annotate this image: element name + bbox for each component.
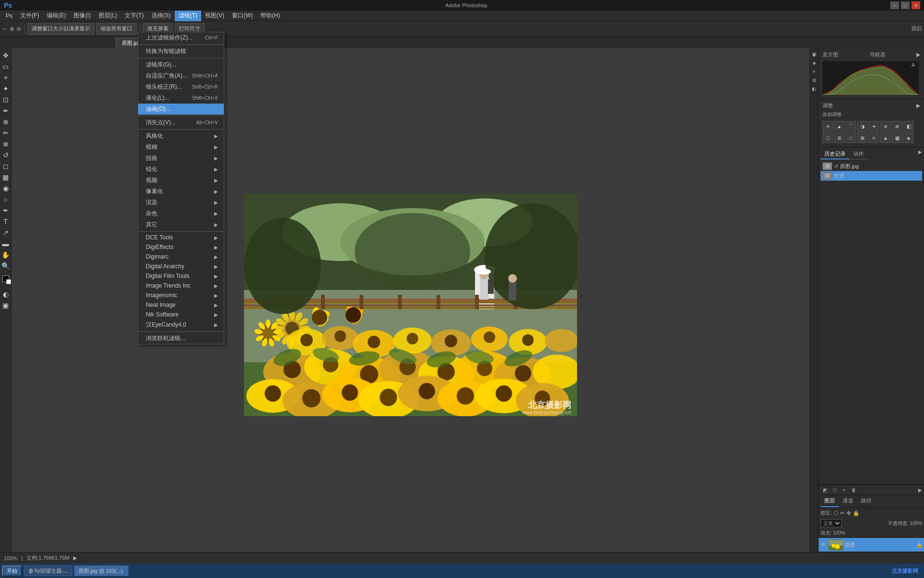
layers-menu-icon[interactable]: ▶: [918, 487, 922, 493]
quick-mask-tool[interactable]: ◐: [0, 289, 11, 300]
start-button[interactable]: 开始: [2, 565, 22, 577]
move-tool[interactable]: ✥: [0, 50, 11, 61]
filter-sharpen[interactable]: 锐化 ▶: [138, 164, 224, 175]
lock-paint-icon[interactable]: ✏: [840, 510, 845, 516]
filter-neat-image[interactable]: Neat Image ▶: [138, 300, 224, 310]
gradient-tool[interactable]: ▦: [0, 172, 11, 183]
curves-adj-icon[interactable]: ⌒: [846, 121, 856, 131]
filter-digimarc[interactable]: Digimarc ▶: [138, 252, 224, 262]
filter-digital-anarchy[interactable]: Digital Anarchy ▶: [138, 262, 224, 271]
text-tool[interactable]: T: [0, 216, 11, 227]
channels-tab[interactable]: 通道: [839, 495, 857, 507]
status-arrow[interactable]: ▶: [73, 555, 77, 561]
filter-digital-film[interactable]: Digital Film Tools ▶: [138, 271, 224, 281]
filter-eyecandy[interactable]: 汉EyeCandy4.0 ▶: [138, 319, 224, 330]
filter-vanishingpoint[interactable]: 消失点(V)... Alt+Ctrl+V: [138, 117, 224, 128]
layers-tab[interactable]: 图层: [821, 495, 839, 507]
histogram-tab1[interactable]: 直方图: [822, 51, 838, 58]
select-tool[interactable]: ▭: [0, 61, 11, 72]
layers-new-button[interactable]: +: [840, 486, 848, 494]
paths-tab[interactable]: 路径: [857, 495, 875, 507]
close-button[interactable]: ✕: [911, 1, 920, 9]
lock-all-icon[interactable]: 🔒: [853, 510, 860, 516]
menu-file[interactable]: 文件(F): [16, 11, 43, 21]
histogram-expand-icon[interactable]: ▶: [916, 52, 920, 58]
eraser-tool[interactable]: ◻: [0, 161, 11, 171]
dodge-tool[interactable]: ○: [0, 194, 11, 205]
minimize-button[interactable]: ─: [890, 1, 899, 9]
heal-tool[interactable]: ⊕: [0, 117, 11, 127]
lasso-tool[interactable]: ⌖: [0, 72, 11, 83]
filter-other[interactable]: 其它 ▶: [138, 219, 224, 230]
gradientmap-adj-icon[interactable]: ▦: [892, 132, 902, 143]
actions-tab[interactable]: 动作: [849, 149, 868, 159]
filter-video[interactable]: 视频 ▶: [138, 175, 224, 186]
filter-noise[interactable]: 杂色 ▶: [138, 208, 224, 219]
pen-tool[interactable]: ✒: [0, 205, 11, 216]
layer-eye-icon[interactable]: 👁: [821, 541, 826, 548]
maximize-button[interactable]: □: [901, 1, 910, 9]
panel-icon-1[interactable]: ▣: [810, 50, 818, 58]
brightness-adj-icon[interactable]: ☀: [822, 121, 833, 131]
histogram-header[interactable]: 直方图 导航器 ▶: [821, 50, 922, 59]
path-select-tool[interactable]: ↗: [0, 227, 11, 238]
history-brush-tool[interactable]: ↺: [0, 150, 11, 160]
menu-image[interactable]: 图像(I): [70, 11, 94, 21]
blur-tool[interactable]: ◉: [0, 183, 11, 194]
taskbar-item-2[interactable]: 原图.jpg @ 100(...).: [74, 565, 128, 576]
menu-layer[interactable]: 图层(L): [95, 11, 121, 21]
eyedropper-tool[interactable]: ✒: [0, 105, 11, 116]
panel-icon-4[interactable]: ⊞: [810, 76, 818, 84]
filter-render[interactable]: 渲染 ▶: [138, 197, 224, 208]
filter-gallery[interactable]: 滤镜库(G)...: [138, 59, 224, 70]
history-tab[interactable]: 历史记录: [821, 149, 849, 159]
foreground-color[interactable]: [0, 274, 11, 284]
history-expand-icon[interactable]: ▶: [918, 149, 922, 159]
screen-mode-tool[interactable]: ▣: [0, 300, 11, 311]
zoom-tool[interactable]: 🔍: [0, 261, 11, 271]
blend-mode-select[interactable]: 正常: [821, 519, 842, 527]
zoom-all-button[interactable]: 缩放所有窗口: [96, 23, 137, 35]
history-item-open[interactable]: 🖼 打开: [821, 171, 922, 181]
magic-wand-tool[interactable]: ✦: [0, 83, 11, 94]
colorbalance-adj-icon[interactable]: ⊗: [892, 121, 902, 131]
menu-select[interactable]: 选择(S): [148, 11, 175, 21]
menu-view[interactable]: 视图(V): [201, 11, 228, 21]
invert-adj-icon[interactable]: ⊠: [857, 132, 868, 143]
photofilter-adj-icon[interactable]: ⬡: [822, 132, 833, 143]
layer-background[interactable]: 👁 背景 🔒: [819, 538, 924, 552]
panel-icon-2[interactable]: ◈: [810, 59, 818, 66]
histogram-tab2[interactable]: 导航器: [870, 51, 886, 58]
threshold-adj-icon[interactable]: ▲: [880, 132, 891, 143]
lock-move-icon[interactable]: ✥: [847, 510, 851, 516]
fit-window-button[interactable]: 调整窗口大小以满屏显示: [27, 23, 94, 35]
panel-icon-3[interactable]: ≡: [810, 67, 818, 75]
menu-filter[interactable]: 滤镜(T): [175, 11, 201, 21]
filter-adaptive-wide[interactable]: 自适应广角(A)... Shift+Ctrl+A: [138, 70, 224, 81]
layers-fill-button[interactable]: ⬡: [830, 486, 839, 494]
filter-imagenomic[interactable]: Imagenomic ▶: [138, 290, 224, 300]
filter-stylize[interactable]: 风格化 ▶: [138, 131, 224, 142]
filter-pixelate[interactable]: 像素化 ▶: [138, 186, 224, 197]
posterize-adj-icon[interactable]: ≡: [869, 132, 879, 143]
filter-browse[interactable]: 浏览联机滤镜...: [138, 333, 224, 344]
menu-window[interactable]: 窗口(W): [228, 11, 257, 21]
colorlookup-adj-icon[interactable]: □: [846, 132, 856, 143]
window-controls[interactable]: ─ □ ✕: [890, 1, 920, 9]
filter-nik-software[interactable]: Nik Software ▶: [138, 310, 224, 319]
bw-adj-icon[interactable]: ◧: [903, 121, 914, 131]
adjustments-header[interactable]: 调整 ▶: [821, 101, 922, 110]
menu-text[interactable]: 文字(T): [121, 11, 147, 21]
filter-liquify[interactable]: 液化(L)... Shift+Ctrl+X: [138, 92, 224, 104]
layers-delete-button[interactable]: 🗑: [849, 486, 858, 494]
channelmixer-adj-icon[interactable]: ⊞: [834, 132, 845, 143]
clone-tool[interactable]: ⊗: [0, 139, 11, 149]
brush-tool[interactable]: ✏: [0, 128, 11, 138]
filter-dce[interactable]: DCE Tools ▶: [138, 233, 224, 242]
filter-blur[interactable]: 模糊 ▶: [138, 142, 224, 153]
adjustments-expand-icon[interactable]: ▶: [916, 103, 920, 109]
hsl-adj-icon[interactable]: ≋: [880, 121, 891, 131]
lock-transparent-icon[interactable]: ⬡: [834, 510, 838, 516]
filter-oilpaint[interactable]: 油画(O)...: [138, 104, 224, 115]
menu-edit[interactable]: 编辑(E): [43, 11, 70, 21]
